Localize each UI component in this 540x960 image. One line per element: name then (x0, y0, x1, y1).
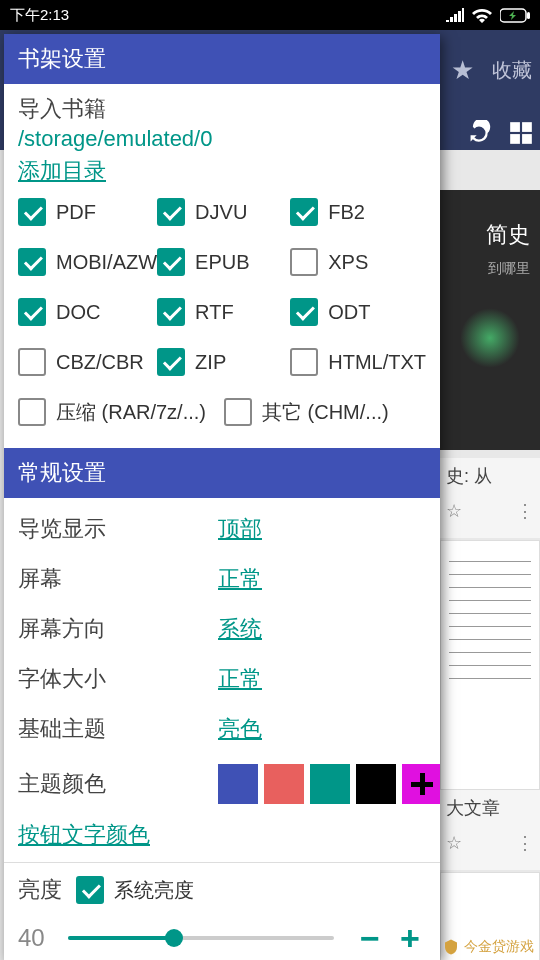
format-label: XPS (328, 251, 368, 274)
checkbox[interactable] (18, 348, 46, 376)
format-htmltxt[interactable]: HTML/TXT (290, 348, 426, 376)
color-swatch[interactable] (218, 764, 258, 804)
setting-row[interactable]: 导览显示顶部 (18, 504, 426, 554)
more-icon[interactable]: ⋮ (516, 500, 534, 522)
svg-rect-3 (522, 122, 532, 132)
format-mobiazw[interactable]: MOBI/AZW (18, 248, 157, 276)
status-bar: 下午2:13 (0, 0, 540, 30)
bg-book-cover-1[interactable]: 简史 到哪里 (440, 190, 540, 450)
brightness-row: 亮度 系统亮度 (18, 863, 426, 917)
format-label: DJVU (195, 201, 247, 224)
svg-rect-4 (510, 134, 520, 144)
theme-color-row: 主题颜色 (18, 754, 426, 814)
bg-book-label-1: 史: 从 ☆ ⋮ (440, 458, 540, 538)
format-djvu[interactable]: DJVU (157, 198, 290, 226)
brightness-slider-row: 40 − + (18, 917, 426, 960)
setting-row[interactable]: 字体大小正常 (18, 654, 426, 704)
checkbox[interactable] (157, 248, 185, 276)
setting-value[interactable]: 系统 (218, 614, 262, 644)
star-outline-icon[interactable]: ☆ (446, 832, 462, 854)
checkbox[interactable] (157, 298, 185, 326)
format-doc[interactable]: DOC (18, 298, 157, 326)
add-color-swatch[interactable] (402, 764, 440, 804)
color-swatch[interactable] (310, 764, 350, 804)
setting-value[interactable]: 正常 (218, 664, 262, 694)
shelf-settings-header: 书架设置 (4, 34, 440, 84)
refresh-icon[interactable] (466, 120, 492, 146)
format-label: FB2 (328, 201, 365, 224)
format-pdf[interactable]: PDF (18, 198, 157, 226)
setting-label: 导览显示 (18, 514, 218, 544)
bg-book-cover-2[interactable] (440, 540, 540, 790)
setting-row[interactable]: 基础主题亮色 (18, 704, 426, 754)
system-brightness-label: 系统亮度 (114, 877, 194, 904)
format-label: ZIP (195, 351, 226, 374)
format-fb2[interactable]: FB2 (290, 198, 426, 226)
checkbox[interactable] (224, 398, 252, 426)
svg-rect-5 (522, 134, 532, 144)
settings-panel: 书架设置 导入书籍 /storage/emulated/0 添加目录 PDFDJ… (4, 34, 440, 960)
theme-color-label: 主题颜色 (18, 769, 218, 799)
checkbox[interactable] (18, 248, 46, 276)
brightness-value: 40 (18, 924, 60, 952)
setting-row[interactable]: 屏幕方向系统 (18, 604, 426, 654)
color-swatch[interactable] (356, 764, 396, 804)
setting-value[interactable]: 顶部 (218, 514, 262, 544)
format-label: DOC (56, 301, 100, 324)
watermark: 今金贷游戏 (442, 938, 534, 956)
wifi-icon (472, 8, 492, 23)
setting-label: 屏幕 (18, 564, 218, 594)
setting-row[interactable]: 屏幕正常 (18, 554, 426, 604)
format-label: 压缩 (RAR/7z/...) (56, 399, 206, 426)
format-extra[interactable]: 其它 (CHM/...) (224, 398, 389, 426)
color-swatch[interactable] (264, 764, 304, 804)
format-label: 其它 (CHM/...) (262, 399, 389, 426)
format-zip[interactable]: ZIP (157, 348, 290, 376)
format-label: HTML/TXT (328, 351, 426, 374)
star-icon[interactable]: ★ (451, 55, 474, 86)
battery-icon (500, 8, 530, 23)
more-icon[interactable]: ⋮ (516, 832, 534, 854)
checkbox[interactable] (290, 248, 318, 276)
add-directory-link[interactable]: 添加目录 (18, 156, 106, 186)
format-odt[interactable]: ODT (290, 298, 426, 326)
format-xps[interactable]: XPS (290, 248, 426, 276)
star-outline-icon[interactable]: ☆ (446, 500, 462, 522)
setting-label: 基础主题 (18, 714, 218, 744)
watermark-icon (442, 938, 460, 956)
checkbox[interactable] (18, 198, 46, 226)
format-label: ODT (328, 301, 370, 324)
checkbox[interactable] (18, 298, 46, 326)
status-time: 下午2:13 (10, 6, 69, 25)
checkbox[interactable] (157, 348, 185, 376)
svg-rect-1 (527, 12, 530, 19)
brightness-plus-button[interactable]: + (394, 921, 426, 955)
favorite-label[interactable]: 收藏 (492, 57, 532, 84)
button-text-color-link[interactable]: 按钮文字颜色 (18, 814, 150, 862)
checkbox[interactable] (18, 398, 46, 426)
setting-label: 屏幕方向 (18, 614, 218, 644)
brightness-minus-button[interactable]: − (354, 921, 386, 955)
format-rtf[interactable]: RTF (157, 298, 290, 326)
format-label: EPUB (195, 251, 249, 274)
signal-icon (446, 8, 464, 22)
status-icons (446, 8, 530, 23)
checkbox[interactable] (290, 298, 318, 326)
format-extra[interactable]: 压缩 (RAR/7z/...) (18, 398, 206, 426)
system-brightness-checkbox[interactable] (76, 876, 104, 904)
brightness-slider[interactable] (68, 936, 334, 940)
format-label: CBZ/CBR (56, 351, 144, 374)
checkbox[interactable] (290, 198, 318, 226)
setting-value[interactable]: 亮色 (218, 714, 262, 744)
import-books-label: 导入书籍 (18, 94, 426, 124)
checkbox[interactable] (157, 198, 185, 226)
checkbox[interactable] (290, 348, 318, 376)
format-label: MOBI/AZW (56, 251, 157, 274)
storage-path[interactable]: /storage/emulated/0 (18, 126, 426, 152)
format-cbzcbr[interactable]: CBZ/CBR (18, 348, 157, 376)
format-label: PDF (56, 201, 96, 224)
bg-book-label-2: 大文章 ☆ ⋮ (440, 790, 540, 870)
format-epub[interactable]: EPUB (157, 248, 290, 276)
setting-value[interactable]: 正常 (218, 564, 262, 594)
grid-icon[interactable] (508, 120, 534, 146)
